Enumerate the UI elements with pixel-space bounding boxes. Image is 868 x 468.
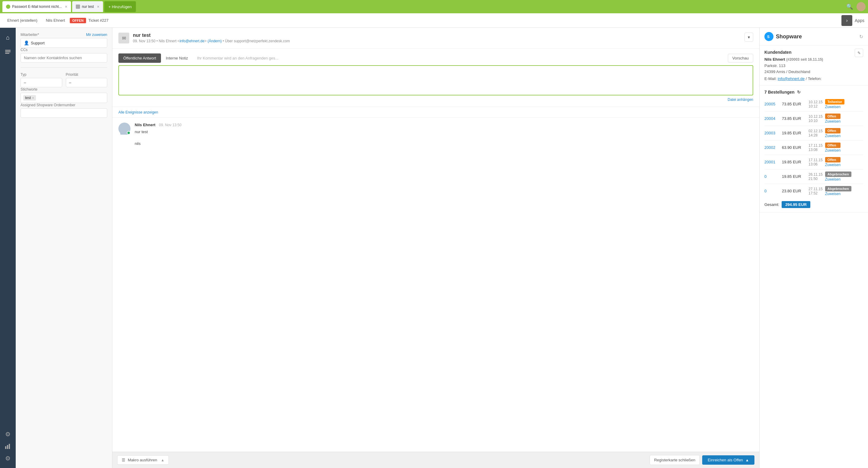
sidebar-chart-icon[interactable] <box>2 440 14 452</box>
kundendaten-title: Kundendaten <box>765 50 791 55</box>
order-id-6[interactable]: 0 <box>765 189 779 193</box>
order-id-4[interactable]: 20001 <box>765 160 779 164</box>
order-status-col-3: Offen Zuweisen <box>825 143 840 153</box>
customer-name: Nils Ehnert (#20003 seit 16.11.15) <box>765 57 863 62</box>
refresh-right-icon[interactable]: ↻ <box>859 34 863 39</box>
mir-zuweisen-link[interactable]: Mir zuweisen <box>86 33 107 37</box>
prioritaet-label: Priorität <box>66 72 107 77</box>
shopware-order-input[interactable] <box>21 108 107 118</box>
ccs-input[interactable] <box>21 53 107 62</box>
sidebar-settings-icon[interactable]: ⚙ <box>2 452 14 464</box>
macro-label: Makro ausführen <box>128 458 157 462</box>
reply-placeholder-text[interactable]: Ihr Kommentar wird an den Anfragenden ge… <box>193 54 283 63</box>
message-email-link[interactable]: info@ehnert.de <box>180 39 205 43</box>
ccs-section: CCs <box>21 48 107 62</box>
ticket-number: Ticket #227 <box>89 18 109 23</box>
order-row-5: 0 19.85 EUR 26.11.15 21:50 Abgebrochen Z… <box>765 169 863 184</box>
sidebar-gear-icon[interactable]: ⚙ <box>2 428 14 440</box>
orders-count: 7 Bestellungen <box>765 90 795 94</box>
sidebar-home-icon[interactable]: ⌂ <box>2 31 14 43</box>
shopware-order-label: Assigned Shopware Ordernumber <box>21 103 107 107</box>
order-status-badge-3: Offen <box>825 143 840 148</box>
add-tab-button[interactable]: + Hinzufügen <box>104 1 136 12</box>
shopware-name: Shopware <box>776 33 802 40</box>
order-row-1: 20004 73.85 EUR 10.12.15 10:10 Offen Zuw… <box>765 112 863 126</box>
order-assign-0[interactable]: Zuweisen <box>825 105 844 109</box>
order-id-1[interactable]: 20004 <box>765 116 779 121</box>
prioritaet-select[interactable]: – <box>66 78 107 87</box>
bottom-right: Registerkarte schließen Einreichen als O… <box>650 455 754 465</box>
tab-1-close[interactable]: × <box>65 4 67 9</box>
preview-button[interactable]: Vorschau <box>728 54 753 62</box>
order-assign-5[interactable]: Zuweisen <box>825 177 851 182</box>
all-events-link[interactable]: Alle Ereignisse anzeigen <box>118 110 158 115</box>
support-input[interactable]: 👤 Support <box>21 38 107 48</box>
message-date: 09. Nov 13:50 <box>133 39 156 43</box>
total-label: Gesamt: <box>765 202 779 207</box>
order-date-col-5: 26.11.15 21:50 <box>808 173 823 181</box>
message-meta: 09. Nov 13:50 • Nils Ehnert <info@ehnert… <box>133 39 290 43</box>
apps-button[interactable]: Apps <box>855 18 864 23</box>
tab-1[interactable]: Passwort E-Mail kommt nicht... × <box>2 1 71 12</box>
order-status-badge-6: Abgebrochen <box>825 186 851 191</box>
stichworte-input[interactable]: test × <box>21 93 107 103</box>
svg-point-1 <box>858 8 864 11</box>
macro-button[interactable]: ☰ Makro ausführen ▲ <box>117 455 169 465</box>
order-status-col-2: Offen Zuweisen <box>825 128 840 138</box>
typ-select[interactable]: – <box>21 78 62 87</box>
order-status-col-4: Offen Zuweisen <box>825 157 840 167</box>
orders-refresh-icon[interactable]: ↻ <box>797 90 801 94</box>
order-time-3: 13:08 <box>808 148 823 152</box>
breadcrumb-erstellen[interactable]: Ehnert (erstellen) <box>4 16 41 25</box>
sidebar-ticket-icon[interactable] <box>2 46 14 58</box>
submit-button[interactable]: Einreichen als Offen ▲ <box>702 455 754 465</box>
svg-rect-4 <box>5 53 9 54</box>
order-status-badge-1: Offen <box>825 114 840 119</box>
message-change-link[interactable]: (Ändern) <box>208 39 222 43</box>
order-assign-2[interactable]: Zuweisen <box>825 134 840 138</box>
order-id-5[interactable]: 0 <box>765 174 779 179</box>
public-reply-tab[interactable]: Öffentliche Antwort <box>118 54 161 63</box>
edit-customer-button[interactable]: ✎ <box>855 49 863 57</box>
prioritaet-section: Priorität – <box>66 72 107 87</box>
order-id-0[interactable]: 20005 <box>765 102 779 106</box>
order-assign-6[interactable]: Zuweisen <box>825 192 851 196</box>
reply-text-area[interactable] <box>118 65 753 95</box>
mitarbeiter-label: Mitarbeiter* Mir zuweisen <box>21 33 107 37</box>
attach-file-link[interactable]: Datei anhängen <box>727 97 753 102</box>
user-avatar[interactable] <box>857 2 866 11</box>
internal-note-tab[interactable]: Interne Notiz <box>161 54 193 63</box>
tag-remove-button[interactable]: × <box>32 96 34 100</box>
order-id-2[interactable]: 20003 <box>765 131 779 135</box>
order-id-3[interactable]: 20002 <box>765 145 779 150</box>
message-header-right: ▾ <box>744 33 753 42</box>
ccs-input-field[interactable] <box>24 56 104 60</box>
order-date-col-3: 17.11.15 13:08 <box>808 144 823 152</box>
email-icon-box[interactable]: ✉ <box>118 33 129 43</box>
svg-rect-2 <box>5 50 10 51</box>
tab-2-close[interactable]: × <box>97 4 99 9</box>
order-status-col-5: Abgebrochen Zuweisen <box>825 171 851 182</box>
customer-email-link[interactable]: info@ehnert.de <box>778 76 805 81</box>
order-status-col-0: Teilweise Zuweisen <box>825 99 844 109</box>
order-status-col-1: Offen Zuweisen <box>825 114 840 124</box>
online-indicator <box>127 131 130 135</box>
order-date-col-6: 27.11.15 17:52 <box>808 187 823 195</box>
order-assign-1[interactable]: Zuweisen <box>825 119 840 124</box>
tab-2[interactable]: nur test × <box>72 1 103 12</box>
close-tab-button[interactable]: Registerkarte schließen <box>650 455 700 465</box>
nav-forward-button[interactable]: › <box>841 15 852 26</box>
message-header: ✉ nur test 09. Nov 13:50 • Nils Ehnert <… <box>112 28 759 49</box>
order-amount-1: 73.85 EUR <box>782 116 806 121</box>
order-time-4: 13:06 <box>808 162 823 166</box>
search-icon[interactable]: 🔍 <box>846 3 853 10</box>
message-dropdown-button[interactable]: ▾ <box>744 33 753 42</box>
divider-1 <box>21 67 107 68</box>
order-date-col-0: 10.12.15 10:12 <box>808 100 823 108</box>
order-assign-4[interactable]: Zuweisen <box>825 163 840 167</box>
order-assign-3[interactable]: Zuweisen <box>825 148 840 153</box>
breadcrumb-nils[interactable]: Nils Ehnert <box>42 16 69 25</box>
message-via-address: support@netzperfekt.zendesk.com <box>234 39 290 43</box>
order-time-5: 21:50 <box>808 177 823 181</box>
order-time-1: 10:10 <box>808 119 823 123</box>
